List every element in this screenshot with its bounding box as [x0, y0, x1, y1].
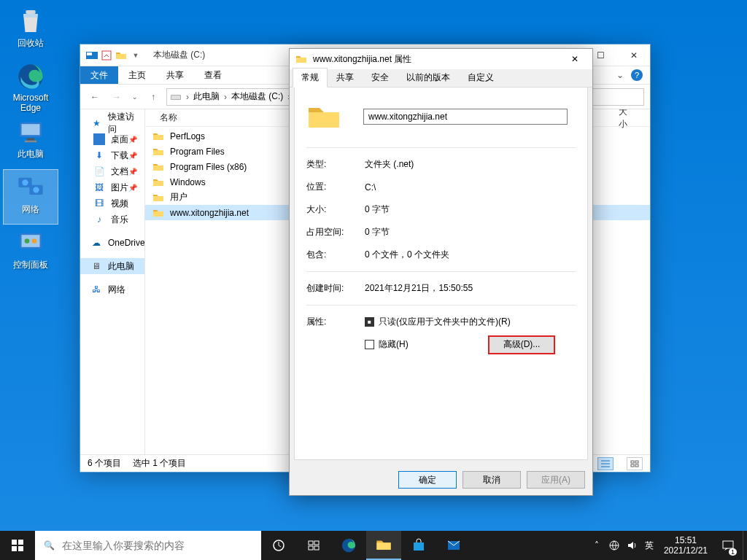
tab-security[interactable]: 安全	[363, 68, 398, 88]
tab-share[interactable]: 共享	[156, 66, 194, 84]
dialog-buttons: 确定 取消 应用(A)	[290, 464, 592, 495]
tab-home[interactable]: 主页	[118, 66, 156, 84]
crumb-drive[interactable]: 本地磁盘 (C:)	[231, 90, 283, 103]
properties-qat-icon[interactable]	[101, 50, 112, 61]
svg-rect-11	[22, 235, 40, 247]
tab-file[interactable]: 文件	[80, 66, 118, 84]
nav-quick-access[interactable]: ★快速访问	[80, 115, 144, 131]
help-icon[interactable]: ?	[631, 69, 643, 81]
tray-clock[interactable]: 15:51 2021/12/21	[658, 535, 713, 556]
tray-network-icon[interactable]	[605, 531, 623, 560]
forward-button[interactable]: →	[108, 88, 125, 106]
nav-network[interactable]: 🖧网络	[80, 281, 144, 298]
cortana-button[interactable]	[296, 531, 331, 560]
pin-icon: 📌	[128, 136, 137, 144]
tray-overflow[interactable]: ˄	[588, 531, 605, 560]
quick-access-toolbar: ▼	[80, 50, 147, 61]
task-view-button[interactable]	[261, 531, 296, 560]
recent-dropdown[interactable]: ⌄	[130, 88, 140, 106]
svg-rect-30	[309, 546, 313, 550]
taskbar-search-input[interactable]	[62, 540, 252, 551]
svg-rect-36	[723, 541, 733, 548]
pin-icon: 📌	[128, 184, 137, 192]
app-icon	[86, 50, 98, 61]
tray-volume-icon[interactable]	[623, 531, 640, 560]
tab-general[interactable]: 常规	[293, 68, 328, 88]
tab-previous-versions[interactable]: 以前的版本	[398, 68, 459, 88]
status-selected: 选中 1 个项目	[133, 457, 186, 470]
nav-pictures[interactable]: 🖼图片📌	[80, 179, 144, 195]
control-panel[interactable]: 控制面板	[3, 225, 58, 280]
readonly-checkbox[interactable]: 只读(仅应用于文件夹中的文件)(R)	[365, 316, 511, 328]
dialog-titlebar[interactable]: www.xitongzhijia.net 属性 ✕	[290, 49, 592, 69]
svg-rect-23	[12, 540, 17, 545]
close-button[interactable]: ✕	[617, 44, 650, 66]
tab-view[interactable]: 查看	[194, 66, 232, 84]
up-button[interactable]: ↑	[144, 88, 162, 106]
qat-dropdown-icon[interactable]: ▼	[130, 50, 142, 61]
icons-view-button[interactable]	[627, 457, 643, 470]
nav-downloads[interactable]: ⬇下载📌	[80, 147, 144, 163]
store-taskbar[interactable]	[401, 531, 436, 560]
new-folder-qat-icon[interactable]	[115, 50, 127, 61]
network[interactable]: 网络	[3, 169, 58, 225]
onedrive-icon: ☁	[90, 237, 102, 249]
edge[interactable]: Microsoft Edge	[3, 58, 58, 114]
apply-button[interactable]: 应用(A)	[527, 471, 585, 489]
recycle-bin[interactable]: 回收站	[3, 3, 58, 58]
svg-rect-25	[12, 546, 17, 551]
value-ondisk: 0 字节	[365, 226, 390, 238]
crumb-pc[interactable]: 此电脑	[193, 90, 220, 103]
value-contains: 0 个文件，0 个文件夹	[365, 249, 449, 261]
value-type: 文件夹 (.net)	[365, 158, 414, 171]
svg-rect-15	[87, 52, 92, 55]
back-button[interactable]: ←	[86, 88, 104, 106]
this-pc[interactable]: 此电脑	[3, 114, 58, 169]
search-icon: 🔍	[44, 540, 55, 551]
show-desktop-button[interactable]	[743, 531, 747, 560]
ribbon-expand-icon[interactable]: ⌄	[616, 70, 624, 80]
folder-icon	[376, 537, 392, 553]
nav-pane: ★快速访问 桌面📌 ⬇下载📌 📄文档📌 🖼图片📌 🎞视频 ♪音乐 ☁OneDri…	[80, 109, 145, 454]
videos-icon: 🎞	[93, 198, 105, 209]
svg-point-9	[33, 187, 39, 192]
value-size: 0 字节	[365, 203, 390, 216]
folder-icon	[152, 192, 164, 203]
label-ondisk: 占用空间:	[306, 226, 365, 238]
tray-date: 2021/12/21	[664, 545, 708, 556]
value-location: C:\	[365, 182, 376, 192]
label-type: 类型:	[306, 158, 365, 171]
nav-desktop[interactable]: 桌面📌	[80, 131, 144, 147]
cancel-button[interactable]: 取消	[462, 471, 521, 489]
hidden-checkbox[interactable]: 隐藏(H)	[365, 338, 409, 351]
edge-icon	[341, 537, 357, 553]
folder-name-input[interactable]	[363, 109, 568, 125]
tab-custom[interactable]: 自定义	[459, 68, 503, 88]
folder-icon	[152, 176, 164, 188]
details-view-button[interactable]	[597, 457, 614, 470]
label-size: 大小:	[306, 203, 365, 216]
action-center-button[interactable]: 1	[713, 531, 743, 560]
start-button[interactable]	[0, 531, 35, 560]
svg-rect-4	[27, 138, 34, 140]
tray-ime[interactable]: 英	[640, 531, 658, 560]
nav-videos[interactable]: 🎞视频	[80, 195, 144, 211]
dialog-title: www.xitongzhijia.net 属性	[313, 53, 554, 66]
dialog-close-button[interactable]: ✕	[560, 49, 589, 69]
desktop: 回收站 Microsoft Edge 此电脑 网络 控制面板	[0, 0, 58, 280]
svg-rect-16	[102, 51, 111, 60]
folder-large-icon	[306, 99, 341, 134]
nav-music[interactable]: ♪音乐	[80, 211, 144, 228]
advanced-button[interactable]: 高级(D)...	[488, 335, 555, 354]
svg-rect-18	[171, 96, 180, 99]
tab-share[interactable]: 共享	[328, 68, 363, 88]
nav-this-pc[interactable]: 🖥此电脑	[80, 258, 144, 274]
edge-taskbar[interactable]	[331, 531, 366, 560]
mail-taskbar[interactable]	[436, 531, 471, 560]
nav-onedrive[interactable]: ☁OneDrive	[80, 235, 144, 251]
ok-button[interactable]: 确定	[398, 471, 457, 489]
nav-documents[interactable]: 📄文档📌	[80, 163, 144, 179]
dialog-tabs: 常规 共享 安全 以前的版本 自定义	[290, 69, 592, 88]
explorer-taskbar[interactable]	[366, 531, 401, 560]
taskbar-search[interactable]: 🔍	[35, 531, 261, 560]
